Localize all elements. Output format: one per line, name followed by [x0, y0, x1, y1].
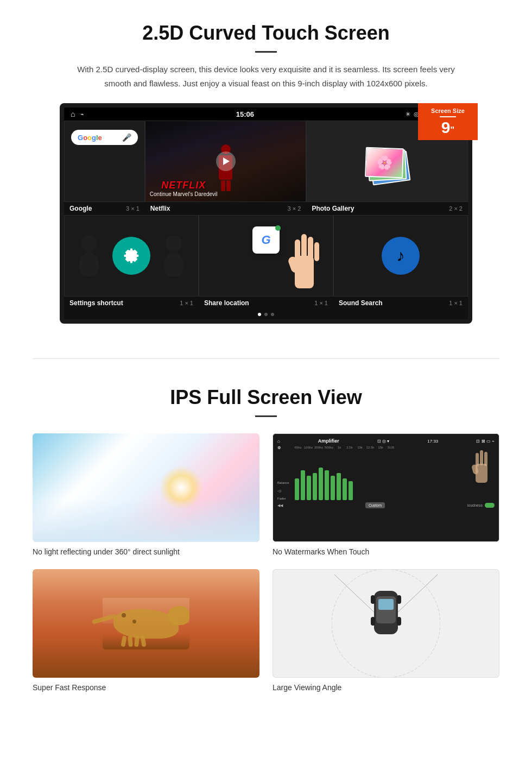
eq-bar-0 [295, 478, 299, 500]
feature-grid: No light reflecting under 360° direct su… [33, 433, 499, 692]
status-bar: ⌂ ⌁ 15:06 ✳ ◎ ▾ ⊡ ◁) ⊠ ▭ [64, 108, 468, 121]
cheetah-placeholder [103, 598, 189, 649]
app-labels-bottom: Settings shortcut 1 × 1 Share location 1… [64, 297, 468, 310]
gallery-stack: 🌸 [365, 140, 409, 183]
app-cell-share[interactable]: G [199, 215, 333, 297]
amp-custom-btn[interactable]: Custom [365, 502, 385, 508]
eq-bar-wrapper-8 [343, 451, 347, 500]
feature-response: Super Fast Response [33, 569, 259, 692]
maps-icon-wrapper: G [252, 226, 280, 254]
eq-band-label-5: 2.5k [345, 446, 354, 450]
dot-1[interactable] [258, 313, 261, 316]
google-search-bar[interactable]: Google 🎤 [71, 130, 138, 145]
sunlight-caption: No light reflecting under 360° direct su… [33, 547, 259, 556]
gallery-app-name: Photo Gallery [312, 205, 354, 212]
cheetah-visual [33, 569, 259, 678]
home-icon[interactable]: ⌂ [71, 110, 75, 118]
touch-hand [278, 223, 327, 297]
svg-rect-11 [476, 453, 479, 466]
feature-watermarks: ⌂ Amplifier ⊡ ◎ ▾ 17:33 ⊡ ⊠ ▭ ⌁ ⚙ 60hz10… [273, 433, 499, 556]
settings-app-size: 1 × 1 [180, 300, 193, 306]
netflix-logo-text: NETFLIX [150, 180, 218, 191]
watermarks-caption: No Watermarks When Touch [273, 547, 499, 556]
eq-area: Balance ◁) Fader [277, 451, 495, 500]
device-screen: ⌂ ⌁ 15:06 ✳ ◎ ▾ ⊡ ◁) ⊠ ▭ [60, 103, 472, 324]
amp-touch-hand [466, 445, 493, 490]
google-logo: Google [78, 134, 102, 142]
dot-3[interactable] [271, 313, 274, 316]
netflix-play-button[interactable] [216, 152, 236, 171]
dot-2[interactable] [264, 313, 268, 316]
eq-band-label-8: 15k [376, 446, 385, 450]
svg-rect-12 [480, 450, 483, 465]
amp-title: Amplifier [318, 438, 339, 444]
eq-band-labels: ⚙ 60hz100hz200hz500hz1k2.5k10k12.5k15kSU… [277, 446, 495, 450]
balance-label: Balance [277, 481, 294, 484]
section-divider [33, 358, 499, 359]
share-app-size: 1 × 1 [314, 300, 328, 306]
eq-bar-8 [343, 478, 347, 500]
eq-band-label-4: 1k [335, 446, 344, 450]
svg-point-0 [81, 236, 97, 252]
eq-bar-4 [319, 468, 323, 500]
speaker-icon: ◁) [277, 489, 294, 493]
app-cell-settings[interactable] [64, 215, 199, 297]
eq-bar-wrapper-1 [301, 451, 305, 500]
pagination-dots [64, 310, 468, 319]
loudness-toggle[interactable] [485, 503, 495, 508]
status-time: 15:06 [236, 110, 254, 118]
svg-rect-20 [378, 599, 394, 610]
gallery-photo-3: 🌸 [365, 147, 404, 178]
status-bar-left: ⌂ ⌁ [71, 110, 84, 118]
app-labels-top: Google 3 × 1 Netflix 3 × 2 Photo Gallery… [64, 202, 468, 215]
eq-band-label-0: 60hz [294, 446, 302, 450]
cheetah-body [103, 598, 189, 649]
sound-label-bar: Sound Search 1 × 1 [333, 297, 468, 310]
eq-bars [295, 451, 353, 500]
app-cell-sound[interactable]: ♪ [333, 215, 468, 297]
eq-band-label-2: 200hz [314, 446, 323, 450]
eq-bar-wrapper-2 [307, 451, 311, 500]
screen-size-badge: Screen Size 9" [418, 103, 478, 140]
amp-loudness: loudness [467, 503, 495, 508]
netflix-label-bar: Netflix 3 × 2 [145, 202, 307, 215]
eq-band-label-3: 500hz [325, 446, 333, 450]
svg-rect-22 [397, 595, 401, 604]
music-note-icon: ♪ [397, 247, 405, 265]
eq-bar-wrapper-7 [337, 451, 341, 500]
amp-icons-right: ⊡ ⊠ ▭ ⌁ [476, 439, 495, 444]
section-ips: IPS Full Screen View No light reflecting… [0, 375, 532, 714]
eq-settings-icon: ⚙ [277, 446, 294, 450]
gallery-app-size: 2 × 2 [449, 205, 463, 212]
google-mic-icon[interactable]: 🎤 [122, 133, 131, 142]
eq-band-label-1: 100hz [304, 446, 313, 450]
section2-underline [255, 415, 277, 417]
feature-viewing: Large Viewing Angle [273, 569, 499, 692]
cheetah-image [33, 569, 259, 678]
amplifier-image: ⌂ Amplifier ⊡ ◎ ▾ 17:33 ⊡ ⊠ ▭ ⌁ ⚙ 60hz10… [273, 433, 499, 542]
netflix-content-title: Continue Marvel's Daredevil [150, 191, 218, 197]
amp-home-icon: ⌂ [277, 439, 280, 444]
amp-controls: ◀◀ Custom loudness [277, 502, 495, 508]
loudness-label: loudness [467, 503, 483, 507]
section-curved: 2.5D Curved Touch Screen With 2.5D curve… [0, 0, 532, 342]
svg-point-2 [166, 236, 182, 252]
svg-rect-7 [308, 237, 313, 260]
eq-band-label-7: 12.5k [366, 446, 375, 450]
settings-label-bar: Settings shortcut 1 × 1 [64, 297, 199, 310]
svg-rect-23 [371, 617, 375, 626]
settings-shadow-right [160, 233, 187, 279]
app-cell-netflix[interactable]: NETFLIX Continue Marvel's Daredevil [145, 121, 307, 202]
viewing-angle-arc [332, 569, 440, 678]
device-mockup: Screen Size 9" ⌂ ⌁ 15:06 ✳ ◎ ▾ [60, 103, 472, 324]
svg-rect-8 [314, 242, 319, 261]
amp-prev-icon: ◀◀ [277, 503, 283, 508]
play-triangle-icon [223, 157, 230, 165]
eq-bar-5 [325, 470, 329, 500]
gallery-label-bar: Photo Gallery 2 × 2 [306, 202, 468, 215]
share-label-bar: Share location 1 × 1 [199, 297, 333, 310]
car-top-view [348, 575, 424, 672]
eq-bar-3 [313, 473, 317, 500]
app-cell-google[interactable]: Google 🎤 [64, 121, 145, 202]
eq-bar-wrapper-3 [313, 451, 317, 500]
